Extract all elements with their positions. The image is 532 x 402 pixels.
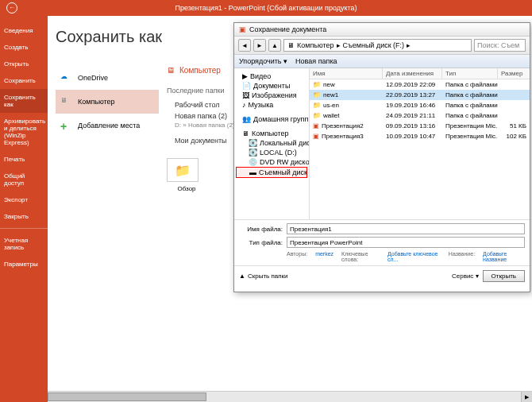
sidebar-item-saveas[interactable]: Сохранить как <box>0 89 48 113</box>
sidebar-item-print[interactable]: Печать <box>0 151 48 168</box>
location-list: ☁ OneDrive 🖥 Компьютер + Добавление мест… <box>56 66 159 192</box>
computer-icon: 🖥 <box>287 41 295 49</box>
tree-item[interactable]: 📄Документы <box>236 81 307 91</box>
file-name: us-en <box>323 102 339 109</box>
chevron-up-icon: ▲ <box>239 273 245 280</box>
disk-icon: 💽 <box>249 139 257 147</box>
location-label: OneDrive <box>78 74 108 82</box>
file-name: new1 <box>323 91 338 99</box>
plus-icon: + <box>60 120 71 131</box>
new-folder-button[interactable]: Новая папка <box>295 57 337 65</box>
tree-item[interactable]: 🖼Изображения <box>236 91 307 100</box>
file-date: 12.09.2019 22:09 <box>383 80 442 89</box>
crumb: Компьютер <box>297 41 334 49</box>
file-size <box>498 91 530 99</box>
title-value[interactable]: Добавьте название <box>483 251 525 262</box>
browse-label: Обзор <box>167 185 206 192</box>
service-button[interactable]: Сервис ▾ <box>452 273 479 280</box>
file-date: 09.09.2019 13:16 <box>383 122 442 130</box>
header-date[interactable]: Дата изменения <box>383 68 442 79</box>
sidebar-item-info[interactable]: Сведения <box>0 22 48 39</box>
sidebar-item-account[interactable]: Учетная запись <box>0 232 48 256</box>
sidebar-item-options[interactable]: Параметры <box>0 256 48 273</box>
file-row[interactable]: 📁new122.09.2019 13:27Папка с файлами <box>310 90 530 100</box>
dialog-fields: Имя файла: Тип файла: Авторы: merkez Клю… <box>234 219 530 265</box>
file-row[interactable]: 📁new12.09.2019 22:09Папка с файлами <box>310 79 530 90</box>
sidebar-divider <box>0 228 48 229</box>
music-icon: ♪ <box>242 101 246 109</box>
back-icon[interactable]: ← <box>6 2 17 14</box>
location-add[interactable]: + Добавление места <box>56 114 159 137</box>
computer-icon: 🖥 <box>60 96 71 107</box>
file-type: Папка с файлами <box>442 80 498 89</box>
file-list: Имя Дата изменения Тип Размер 📁new12.09.… <box>310 68 530 219</box>
file-row[interactable]: ▣Презентация209.09.2019 13:16Презентация… <box>310 121 530 131</box>
computer-icon: 🖥 <box>167 66 175 75</box>
authors-value[interactable]: merkez <box>315 251 333 262</box>
location-onedrive[interactable]: ☁ OneDrive <box>56 66 159 90</box>
nav-back-button[interactable]: ◄ <box>238 39 251 52</box>
tree-item[interactable]: 🖥Компьютер <box>236 129 307 138</box>
search-input[interactable]: Поиск: Съем <box>474 39 526 52</box>
nav-fwd-button[interactable]: ► <box>253 39 266 52</box>
sidebar-item-save[interactable]: Сохранить <box>0 72 48 89</box>
tree-item[interactable]: 💽Локальный диск <box>236 138 307 148</box>
dvd-icon: 💿 <box>249 158 257 166</box>
filename-input[interactable] <box>287 223 525 234</box>
file-name: new <box>323 81 335 88</box>
sidebar-item-close[interactable]: Закрыть <box>0 208 48 225</box>
dialog-footer: ▲ Скрыть папки Сервис ▾ Открыть <box>234 265 530 286</box>
chevron-right-icon: ▸ <box>337 41 341 49</box>
organize-button[interactable]: Упорядочить ▾ <box>239 57 287 65</box>
tree-item[interactable]: ▶Видео <box>236 72 307 81</box>
sidebar-item-export[interactable]: Экспорт <box>0 191 48 208</box>
sidebar-item-share[interactable]: Общий доступ <box>0 168 48 191</box>
file-row[interactable]: ▣Презентация310.09.2019 10:47Презентация… <box>310 131 530 141</box>
chevron-right-icon: ▸ <box>407 41 411 49</box>
location-computer[interactable]: 🖥 Компьютер <box>56 90 159 114</box>
tree-item[interactable]: ♪Музыка <box>236 100 307 110</box>
sidebar-item-new[interactable]: Создать <box>0 39 48 56</box>
file-name: Презентация3 <box>322 133 364 140</box>
sidebar-item-open[interactable]: Открыть <box>0 56 48 72</box>
open-button[interactable]: Открыть <box>483 270 525 282</box>
dialog-titlebar: ▣ Сохранение документа <box>234 23 530 37</box>
tree-item-removable[interactable]: ▬Съемный диск ( <box>236 167 307 178</box>
header-type[interactable]: Тип <box>442 68 498 79</box>
file-name: wallet <box>323 112 339 119</box>
titlebar-text: Презентация1 - PowerPoint (Сбой активаци… <box>175 4 357 12</box>
header-size[interactable]: Размер <box>498 68 530 79</box>
scrollbar-thumb[interactable] <box>48 392 206 401</box>
detail-title: Компьютер <box>179 66 221 75</box>
hide-folders-button[interactable]: ▲ Скрыть папки <box>239 273 288 280</box>
file-size <box>498 101 530 110</box>
tree-item[interactable]: 👥Домашняя групп <box>236 114 307 124</box>
file-type: Папка с файлами <box>442 91 498 99</box>
filename-label: Имя файла: <box>239 226 283 233</box>
file-size <box>498 111 530 120</box>
header-name[interactable]: Имя <box>310 68 383 79</box>
tree-item[interactable]: 💽LOCAL (D:) <box>236 148 307 157</box>
file-size: 51 КБ <box>498 122 530 130</box>
folder-icon: 📁 <box>167 158 199 182</box>
file-date: 22.09.2019 13:27 <box>383 91 442 99</box>
file-type: Папка с файлами <box>442 101 498 110</box>
file-row[interactable]: 📁us-en19.09.2019 16:46Папка с файлами <box>310 100 530 110</box>
scroll-right-icon[interactable]: ▶ <box>521 392 532 402</box>
file-name: Презентация2 <box>322 122 364 129</box>
dialog-navbar: ◄ ► ▲ 🖥 Компьютер ▸ Съемный диск (F:) ▸ … <box>234 37 530 55</box>
horizontal-scrollbar[interactable]: ▶ <box>48 391 532 402</box>
filetype-input[interactable] <box>287 237 525 248</box>
browse-button[interactable]: 📁 Обзор <box>167 158 206 192</box>
authors-label: Авторы: <box>287 251 307 262</box>
sidebar-item-archive[interactable]: Архивировать и делиться (WinZip Express) <box>0 113 48 151</box>
file-date: 24.09.2019 21:11 <box>383 111 442 120</box>
file-row[interactable]: 📁wallet24.09.2019 21:11Папка с файлами <box>310 110 530 121</box>
file-type: Презентация Mic... <box>442 132 498 141</box>
keywords-value[interactable]: Добавьте ключевое сл... <box>387 251 441 262</box>
dialog-title: Сохранение документа <box>249 25 326 33</box>
nav-up-button[interactable]: ▲ <box>268 39 281 52</box>
breadcrumb[interactable]: 🖥 Компьютер ▸ Съемный диск (F:) ▸ <box>283 39 472 52</box>
folder-icon: 📁 <box>313 91 321 99</box>
tree-item[interactable]: 💿DVD RW дисково <box>236 157 307 167</box>
